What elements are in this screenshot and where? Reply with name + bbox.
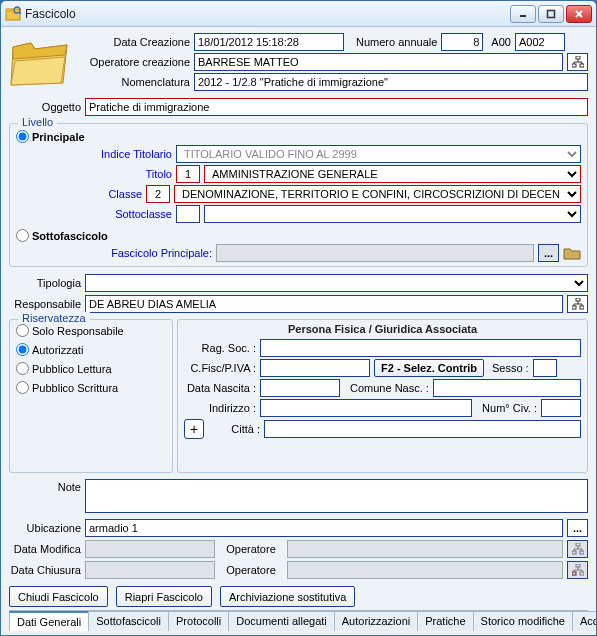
content: Data Creazione Numero annuale A00 Operat… — [1, 27, 596, 635]
riapri-fascicolo-button[interactable]: Riapri Fascicolo — [116, 586, 212, 607]
citta-field[interactable] — [264, 420, 581, 438]
pubblico-lettura-radio[interactable] — [16, 362, 29, 375]
autorizzati-label: Autorizzati — [32, 344, 83, 356]
tab-documenti-allegati[interactable]: Documenti allegati — [228, 611, 335, 631]
tipologia-select[interactable] — [85, 274, 588, 292]
aoo-label: A00 — [491, 36, 511, 48]
data-chiusura-operatore-label: Operatore — [219, 564, 283, 576]
solo-responsabile-label: Solo Responsabile — [32, 325, 124, 337]
num-civ-field[interactable] — [541, 399, 581, 417]
sottofascicolo-radio[interactable] — [16, 229, 29, 242]
operatore-creazione-field[interactable] — [194, 53, 563, 71]
note-label: Note — [9, 479, 81, 493]
aoo-field[interactable] — [515, 33, 565, 51]
riservatezza-group: Riservatezza Solo Responsabile Autorizza… — [9, 319, 173, 473]
cfisc-label: C.Fisc/P.IVA : — [184, 362, 256, 374]
tab-protocolli[interactable]: Protocolli — [168, 611, 229, 631]
sottoclasse-select[interactable] — [204, 205, 581, 223]
classe-num[interactable] — [146, 185, 170, 203]
svg-rect-31 — [580, 572, 584, 575]
tipologia-label: Tipologia — [9, 277, 81, 289]
org-tree-icon[interactable] — [567, 561, 588, 579]
svg-rect-24 — [580, 551, 584, 554]
principale-radio[interactable] — [16, 130, 29, 143]
titolo-select[interactable]: AMMINISTRAZIONE GENERALE — [204, 165, 581, 183]
rag-soc-field[interactable] — [260, 339, 581, 357]
maximize-button[interactable] — [538, 5, 564, 23]
tab-pratiche[interactable]: Pratiche — [417, 611, 473, 631]
svg-rect-8 — [576, 56, 580, 59]
autorizzati-radio[interactable] — [16, 343, 29, 356]
responsabile-field[interactable] — [85, 295, 563, 313]
data-modifica-operatore-label: Operatore — [219, 543, 283, 555]
tab-sottofascicoli[interactable]: Sottofascicoli — [88, 611, 169, 631]
data-chiusura-label: Data Chiusura — [9, 564, 81, 576]
indice-titolario-label: Indice Titolario — [56, 148, 172, 160]
comune-nasc-label: Comune Nasc. : — [350, 382, 429, 394]
num-civ-label: Num° Civ. : — [482, 402, 537, 414]
operatore-creazione-label: Operatore creazione — [85, 56, 190, 68]
indirizzo-field[interactable] — [260, 399, 472, 417]
tab-storico-modifiche[interactable]: Storico modifiche — [473, 611, 573, 631]
org-tree-icon[interactable] — [567, 295, 588, 313]
minimize-button[interactable] — [510, 5, 536, 23]
window-title: Fascicolo — [25, 7, 510, 21]
principale-label: Principale — [32, 131, 85, 143]
riservatezza-legend: Riservatezza — [18, 312, 90, 324]
open-folder-icon[interactable] — [563, 244, 581, 262]
persona-heading: Persona Fisica / Giuridica Associata — [184, 323, 581, 335]
data-chiusura-field — [85, 561, 215, 579]
archiviazione-button[interactable]: Archiviazione sostitutiva — [220, 586, 355, 607]
livello-legend: Livello — [18, 116, 57, 128]
fascicolo-principale-label: Fascicolo Principale: — [56, 247, 212, 259]
classe-select[interactable]: DENOMINAZIONE, TERRITORIO E CONFINI, CIR… — [174, 185, 581, 203]
selez-contrib-button[interactable]: F2 - Selez. Contrib — [374, 359, 484, 377]
window: Fascicolo Data Creazione Numero annuale … — [0, 0, 597, 636]
numero-annuale-field[interactable] — [441, 33, 483, 51]
tab-dati-generali[interactable]: Dati Generali — [9, 611, 89, 631]
rag-soc-label: Rag. Soc. : — [184, 342, 256, 354]
titolo-label: Titolo — [56, 168, 172, 180]
tab-autorizzazioni[interactable]: Autorizzazioni — [334, 611, 418, 631]
svg-rect-29 — [576, 564, 580, 567]
note-field[interactable] — [85, 479, 588, 513]
svg-rect-9 — [572, 64, 576, 67]
close-button[interactable] — [566, 5, 592, 23]
data-creazione-label: Data Creazione — [85, 36, 190, 48]
cfisc-field[interactable] — [260, 359, 370, 377]
data-creazione-field[interactable] — [194, 33, 344, 51]
app-icon — [5, 6, 21, 22]
sottofascicolo-label: Sottofascicolo — [32, 230, 108, 242]
livello-group: Livello Principale Indice Titolario TITO… — [9, 123, 588, 267]
nomenclatura-field[interactable] — [194, 73, 588, 91]
comune-nasc-field[interactable] — [433, 379, 581, 397]
indice-titolario-select[interactable]: TITOLARIO VALIDO FINO AL 2999 — [176, 145, 581, 163]
nomenclatura-label: Nomenclatura — [85, 76, 190, 88]
oggetto-field[interactable] — [85, 98, 588, 116]
citta-label: Città : — [210, 423, 260, 435]
solo-responsabile-radio[interactable] — [16, 324, 29, 337]
data-chiusura-operatore-field — [287, 561, 563, 579]
fascicolo-principale-field — [216, 244, 534, 262]
data-nascita-field[interactable] — [260, 379, 340, 397]
indirizzo-label: Indirizzo : — [184, 402, 256, 414]
org-tree-icon[interactable] — [567, 53, 588, 71]
chiudi-fascicolo-button[interactable]: Chiudi Fascicolo — [9, 586, 108, 607]
svg-rect-1 — [6, 9, 13, 12]
add-persona-button[interactable]: + — [184, 419, 204, 439]
ubicazione-label: Ubicazione — [9, 522, 81, 534]
sottoclasse-num[interactable] — [176, 205, 200, 223]
ubicazione-browse-button[interactable]: ... — [567, 519, 588, 537]
pubblico-scrittura-label: Pubblico Scrittura — [32, 382, 118, 394]
tab-accessi[interactable]: Accessi — [572, 611, 596, 631]
responsabile-label: Responsabile — [9, 298, 81, 310]
pubblico-scrittura-radio[interactable] — [16, 381, 29, 394]
svg-rect-10 — [580, 64, 584, 67]
ubicazione-field[interactable] — [85, 519, 563, 537]
svg-rect-15 — [576, 298, 580, 301]
data-modifica-operatore-field — [287, 540, 563, 558]
browse-fascicolo-button[interactable]: ... — [538, 244, 559, 262]
sesso-field[interactable] — [533, 359, 557, 377]
org-tree-icon[interactable] — [567, 540, 588, 558]
titolo-num[interactable] — [176, 165, 200, 183]
